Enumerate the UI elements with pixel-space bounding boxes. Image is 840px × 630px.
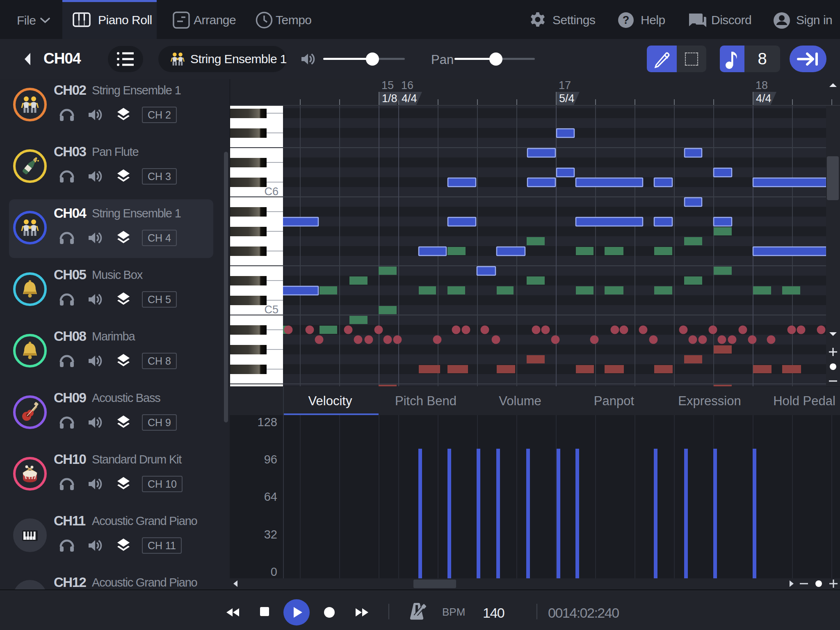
svg-text:16: 16 — [401, 79, 413, 91]
svg-text:17: 17 — [559, 79, 571, 91]
svg-text:4/4: 4/4 — [402, 92, 417, 105]
svg-text:15: 15 — [381, 79, 394, 91]
svg-text:5/4: 5/4 — [559, 92, 575, 105]
svg-text:96: 96 — [264, 453, 277, 466]
svg-text:128: 128 — [258, 415, 277, 429]
svg-text:32: 32 — [264, 528, 277, 541]
svg-text:0: 0 — [271, 565, 277, 578]
svg-text:64: 64 — [264, 490, 277, 503]
svg-text:1/8: 1/8 — [382, 92, 397, 105]
svg-text:C6: C6 — [264, 185, 278, 198]
svg-text:4/4: 4/4 — [756, 92, 772, 105]
svg-text:C5: C5 — [264, 304, 278, 316]
svg-text:18: 18 — [756, 79, 768, 91]
svg-text:?: ? — [623, 14, 630, 26]
